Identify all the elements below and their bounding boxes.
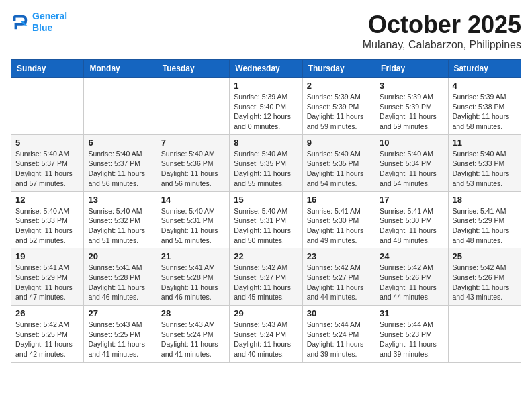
day-info: Sunrise: 5:41 AM Sunset: 5:28 PM Dayligh…	[88, 263, 152, 302]
day-number: 10	[380, 138, 443, 148]
day-info: Sunrise: 5:40 AM Sunset: 5:31 PM Dayligh…	[234, 206, 298, 246]
day-info: Sunrise: 5:41 AM Sunset: 5:28 PM Dayligh…	[161, 263, 225, 302]
day-header-friday: Friday	[375, 60, 448, 78]
calendar-cell: 28Sunrise: 5:43 AM Sunset: 5:24 PM Dayli…	[157, 306, 229, 363]
logo-line2: Blue	[32, 22, 52, 33]
day-number: 7	[161, 138, 225, 148]
day-number: 14	[161, 195, 225, 205]
day-header-sunday: Sunday	[11, 60, 84, 78]
calendar-cell: 6Sunrise: 5:40 AM Sunset: 5:37 PM Daylig…	[84, 134, 157, 191]
day-number: 6	[88, 138, 152, 148]
day-info: Sunrise: 5:39 AM Sunset: 5:40 PM Dayligh…	[234, 92, 298, 132]
day-info: Sunrise: 5:39 AM Sunset: 5:39 PM Dayligh…	[307, 92, 371, 132]
day-number: 18	[453, 195, 517, 205]
location-title: Mulanay, Calabarzon, Philippines	[363, 39, 521, 51]
day-number: 5	[15, 138, 79, 148]
day-header-monday: Monday	[84, 60, 157, 78]
day-info: Sunrise: 5:40 AM Sunset: 5:37 PM Dayligh…	[15, 149, 79, 189]
day-info: Sunrise: 5:42 AM Sunset: 5:26 PM Dayligh…	[453, 263, 517, 302]
calendar-week-row: 5Sunrise: 5:40 AM Sunset: 5:37 PM Daylig…	[11, 134, 521, 191]
calendar-cell: 4Sunrise: 5:39 AM Sunset: 5:38 PM Daylig…	[448, 78, 521, 135]
day-number: 15	[234, 195, 298, 205]
day-info: Sunrise: 5:42 AM Sunset: 5:25 PM Dayligh…	[15, 320, 79, 359]
calendar-cell: 11Sunrise: 5:40 AM Sunset: 5:33 PM Dayli…	[448, 134, 521, 191]
day-info: Sunrise: 5:44 AM Sunset: 5:23 PM Dayligh…	[380, 320, 443, 359]
calendar-cell: 23Sunrise: 5:42 AM Sunset: 5:27 PM Dayli…	[302, 248, 375, 306]
day-number: 4	[453, 81, 517, 91]
day-info: Sunrise: 5:41 AM Sunset: 5:29 PM Dayligh…	[453, 206, 517, 246]
day-number: 31	[380, 308, 443, 318]
calendar-cell: 10Sunrise: 5:40 AM Sunset: 5:34 PM Dayli…	[375, 134, 448, 191]
day-info: Sunrise: 5:42 AM Sunset: 5:27 PM Dayligh…	[234, 263, 298, 302]
calendar-cell	[448, 306, 521, 363]
calendar-cell: 8Sunrise: 5:40 AM Sunset: 5:35 PM Daylig…	[230, 134, 302, 191]
day-number: 8	[234, 138, 298, 148]
day-number: 29	[234, 308, 298, 318]
calendar-cell: 1Sunrise: 5:39 AM Sunset: 5:40 PM Daylig…	[230, 78, 302, 135]
calendar-cell: 19Sunrise: 5:41 AM Sunset: 5:29 PM Dayli…	[11, 248, 84, 306]
day-number: 28	[161, 308, 225, 318]
calendar-cell: 27Sunrise: 5:43 AM Sunset: 5:25 PM Dayli…	[84, 306, 157, 363]
day-number: 23	[307, 251, 371, 261]
calendar-cell	[157, 78, 229, 135]
day-info: Sunrise: 5:43 AM Sunset: 5:24 PM Dayligh…	[161, 320, 225, 359]
calendar-cell: 9Sunrise: 5:40 AM Sunset: 5:35 PM Daylig…	[302, 134, 375, 191]
calendar-cell: 3Sunrise: 5:39 AM Sunset: 5:39 PM Daylig…	[375, 78, 448, 135]
page-header: General Blue October 2025 Mulanay, Calab…	[11, 11, 521, 51]
day-info: Sunrise: 5:42 AM Sunset: 5:27 PM Dayligh…	[307, 263, 371, 302]
day-number: 22	[234, 251, 298, 261]
day-info: Sunrise: 5:42 AM Sunset: 5:26 PM Dayligh…	[380, 263, 443, 302]
day-info: Sunrise: 5:40 AM Sunset: 5:37 PM Dayligh…	[88, 149, 152, 189]
calendar-cell: 31Sunrise: 5:44 AM Sunset: 5:23 PM Dayli…	[375, 306, 448, 363]
day-number: 26	[15, 308, 79, 318]
logo: General Blue	[11, 11, 67, 34]
day-header-wednesday: Wednesday	[230, 60, 302, 78]
calendar-cell: 22Sunrise: 5:42 AM Sunset: 5:27 PM Dayli…	[230, 248, 302, 306]
day-number: 20	[88, 251, 152, 261]
day-number: 9	[307, 138, 371, 148]
day-info: Sunrise: 5:40 AM Sunset: 5:33 PM Dayligh…	[453, 149, 517, 189]
title-area: October 2025 Mulanay, Calabarzon, Philip…	[363, 11, 521, 51]
day-info: Sunrise: 5:43 AM Sunset: 5:25 PM Dayligh…	[88, 320, 152, 359]
day-header-thursday: Thursday	[302, 60, 375, 78]
calendar-week-row: 12Sunrise: 5:40 AM Sunset: 5:33 PM Dayli…	[11, 191, 521, 248]
day-number: 19	[15, 251, 79, 261]
calendar-cell: 14Sunrise: 5:40 AM Sunset: 5:31 PM Dayli…	[157, 191, 229, 248]
day-number: 30	[307, 308, 371, 318]
calendar-week-row: 1Sunrise: 5:39 AM Sunset: 5:40 PM Daylig…	[11, 78, 521, 135]
day-number: 1	[234, 81, 298, 91]
calendar-cell: 29Sunrise: 5:43 AM Sunset: 5:24 PM Dayli…	[230, 306, 302, 363]
day-number: 17	[380, 195, 443, 205]
day-number: 2	[307, 81, 371, 91]
calendar-cell: 5Sunrise: 5:40 AM Sunset: 5:37 PM Daylig…	[11, 134, 84, 191]
day-number: 25	[453, 251, 517, 261]
calendar-cell: 7Sunrise: 5:40 AM Sunset: 5:36 PM Daylig…	[157, 134, 229, 191]
day-number: 27	[88, 308, 152, 318]
calendar-week-row: 19Sunrise: 5:41 AM Sunset: 5:29 PM Dayli…	[11, 248, 521, 306]
calendar-cell: 17Sunrise: 5:41 AM Sunset: 5:30 PM Dayli…	[375, 191, 448, 248]
day-info: Sunrise: 5:41 AM Sunset: 5:29 PM Dayligh…	[15, 263, 79, 302]
day-number: 3	[380, 81, 443, 91]
calendar-cell	[84, 78, 157, 135]
day-number: 12	[15, 195, 79, 205]
day-info: Sunrise: 5:40 AM Sunset: 5:33 PM Dayligh…	[15, 206, 79, 246]
day-info: Sunrise: 5:40 AM Sunset: 5:34 PM Dayligh…	[380, 149, 443, 189]
day-number: 21	[161, 251, 225, 261]
day-info: Sunrise: 5:41 AM Sunset: 5:30 PM Dayligh…	[380, 206, 443, 246]
calendar-cell: 21Sunrise: 5:41 AM Sunset: 5:28 PM Dayli…	[157, 248, 229, 306]
day-info: Sunrise: 5:40 AM Sunset: 5:35 PM Dayligh…	[307, 149, 371, 189]
calendar-cell: 16Sunrise: 5:41 AM Sunset: 5:30 PM Dayli…	[302, 191, 375, 248]
calendar-cell: 20Sunrise: 5:41 AM Sunset: 5:28 PM Dayli…	[84, 248, 157, 306]
day-info: Sunrise: 5:43 AM Sunset: 5:24 PM Dayligh…	[234, 320, 298, 359]
calendar-week-row: 26Sunrise: 5:42 AM Sunset: 5:25 PM Dayli…	[11, 306, 521, 363]
logo-text: General Blue	[32, 11, 67, 34]
calendar-cell: 15Sunrise: 5:40 AM Sunset: 5:31 PM Dayli…	[230, 191, 302, 248]
calendar-cell: 13Sunrise: 5:40 AM Sunset: 5:32 PM Dayli…	[84, 191, 157, 248]
calendar-table: SundayMondayTuesdayWednesdayThursdayFrid…	[11, 59, 521, 363]
calendar-cell: 25Sunrise: 5:42 AM Sunset: 5:26 PM Dayli…	[448, 248, 521, 306]
month-title: October 2025	[363, 11, 521, 39]
day-number: 16	[307, 195, 371, 205]
calendar-cell: 26Sunrise: 5:42 AM Sunset: 5:25 PM Dayli…	[11, 306, 84, 363]
calendar-cell: 12Sunrise: 5:40 AM Sunset: 5:33 PM Dayli…	[11, 191, 84, 248]
day-number: 13	[88, 195, 152, 205]
